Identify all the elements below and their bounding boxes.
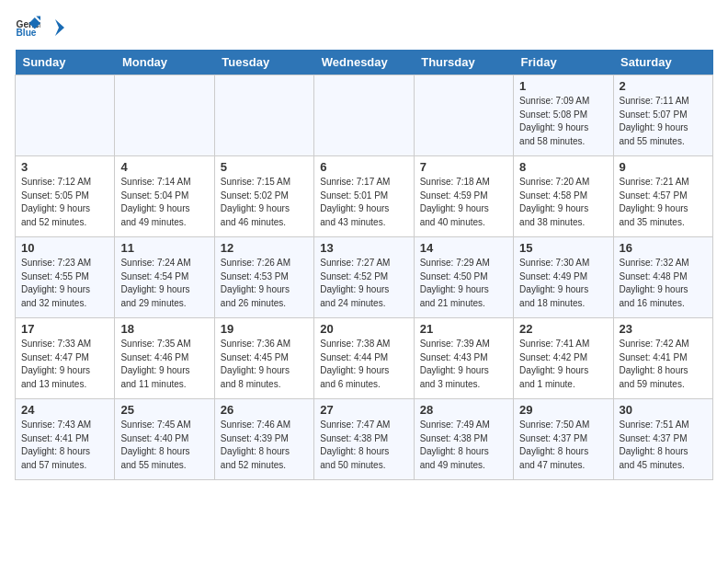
day-cell bbox=[314, 75, 414, 156]
day-cell bbox=[414, 75, 513, 156]
day-number: 27 bbox=[320, 403, 407, 417]
day-info: Sunrise: 7:47 AM Sunset: 4:38 PM Dayligh… bbox=[320, 419, 407, 472]
day-cell: 22Sunrise: 7:41 AM Sunset: 4:42 PM Dayli… bbox=[514, 318, 613, 399]
day-number: 20 bbox=[320, 322, 407, 336]
day-number: 24 bbox=[21, 403, 108, 417]
day-cell: 1Sunrise: 7:09 AM Sunset: 5:08 PM Daylig… bbox=[514, 75, 613, 156]
day-number: 26 bbox=[221, 403, 308, 417]
day-info: Sunrise: 7:32 AM Sunset: 4:48 PM Dayligh… bbox=[620, 257, 707, 310]
day-number: 5 bbox=[221, 160, 308, 174]
day-cell: 19Sunrise: 7:36 AM Sunset: 4:45 PM Dayli… bbox=[214, 318, 313, 399]
col-header-tuesday: Tuesday bbox=[214, 50, 313, 75]
day-cell: 21Sunrise: 7:39 AM Sunset: 4:43 PM Dayli… bbox=[414, 318, 513, 399]
day-number: 7 bbox=[420, 160, 507, 174]
logo: General Blue bbox=[15, 15, 66, 40]
day-number: 2 bbox=[620, 79, 707, 93]
logo-arrow-icon bbox=[46, 17, 66, 38]
day-info: Sunrise: 7:49 AM Sunset: 4:38 PM Dayligh… bbox=[420, 419, 507, 472]
day-cell: 30Sunrise: 7:51 AM Sunset: 4:37 PM Dayli… bbox=[613, 399, 712, 480]
calendar-table: SundayMondayTuesdayWednesdayThursdayFrid… bbox=[15, 50, 713, 480]
day-number: 10 bbox=[21, 241, 108, 255]
day-cell: 4Sunrise: 7:14 AM Sunset: 5:04 PM Daylig… bbox=[115, 156, 214, 237]
day-info: Sunrise: 7:27 AM Sunset: 4:52 PM Dayligh… bbox=[320, 257, 407, 310]
day-info: Sunrise: 7:41 AM Sunset: 4:42 PM Dayligh… bbox=[519, 338, 607, 391]
day-info: Sunrise: 7:11 AM Sunset: 5:07 PM Dayligh… bbox=[620, 95, 707, 148]
day-cell: 12Sunrise: 7:26 AM Sunset: 4:53 PM Dayli… bbox=[214, 237, 313, 318]
day-cell: 20Sunrise: 7:38 AM Sunset: 4:44 PM Dayli… bbox=[314, 318, 414, 399]
week-row-2: 3Sunrise: 7:12 AM Sunset: 5:05 PM Daylig… bbox=[16, 156, 713, 237]
day-number: 6 bbox=[320, 160, 407, 174]
day-number: 22 bbox=[519, 322, 607, 336]
day-info: Sunrise: 7:17 AM Sunset: 5:01 PM Dayligh… bbox=[320, 176, 407, 229]
week-row-5: 24Sunrise: 7:43 AM Sunset: 4:41 PM Dayli… bbox=[16, 399, 713, 480]
col-header-thursday: Thursday bbox=[414, 50, 513, 75]
day-info: Sunrise: 7:33 AM Sunset: 4:47 PM Dayligh… bbox=[21, 338, 108, 391]
day-info: Sunrise: 7:14 AM Sunset: 5:04 PM Dayligh… bbox=[120, 176, 208, 229]
day-number: 9 bbox=[620, 160, 707, 174]
day-info: Sunrise: 7:12 AM Sunset: 5:05 PM Dayligh… bbox=[21, 176, 108, 229]
day-cell bbox=[16, 75, 115, 156]
day-info: Sunrise: 7:21 AM Sunset: 4:57 PM Dayligh… bbox=[620, 176, 707, 229]
day-number: 17 bbox=[21, 322, 108, 336]
day-info: Sunrise: 7:23 AM Sunset: 4:55 PM Dayligh… bbox=[21, 257, 108, 310]
page-header: General Blue bbox=[15, 15, 713, 40]
day-number: 11 bbox=[120, 241, 208, 255]
day-cell: 29Sunrise: 7:50 AM Sunset: 4:37 PM Dayli… bbox=[514, 399, 613, 480]
day-info: Sunrise: 7:38 AM Sunset: 4:44 PM Dayligh… bbox=[320, 338, 407, 391]
svg-marker-4 bbox=[55, 19, 64, 36]
col-header-saturday: Saturday bbox=[613, 50, 712, 75]
day-number: 23 bbox=[620, 322, 707, 336]
day-number: 8 bbox=[519, 160, 607, 174]
day-cell: 15Sunrise: 7:30 AM Sunset: 4:49 PM Dayli… bbox=[514, 237, 613, 318]
day-cell: 13Sunrise: 7:27 AM Sunset: 4:52 PM Dayli… bbox=[314, 237, 414, 318]
col-header-sunday: Sunday bbox=[16, 50, 115, 75]
day-cell: 5Sunrise: 7:15 AM Sunset: 5:02 PM Daylig… bbox=[214, 156, 313, 237]
day-cell: 26Sunrise: 7:46 AM Sunset: 4:39 PM Dayli… bbox=[214, 399, 313, 480]
day-number: 18 bbox=[120, 322, 208, 336]
day-info: Sunrise: 7:24 AM Sunset: 4:54 PM Dayligh… bbox=[120, 257, 208, 310]
day-cell: 28Sunrise: 7:49 AM Sunset: 4:38 PM Dayli… bbox=[414, 399, 513, 480]
day-number: 16 bbox=[620, 241, 707, 255]
day-number: 29 bbox=[519, 403, 607, 417]
day-cell: 23Sunrise: 7:42 AM Sunset: 4:41 PM Dayli… bbox=[613, 318, 712, 399]
day-info: Sunrise: 7:35 AM Sunset: 4:46 PM Dayligh… bbox=[120, 338, 208, 391]
day-info: Sunrise: 7:42 AM Sunset: 4:41 PM Dayligh… bbox=[620, 338, 707, 391]
day-info: Sunrise: 7:46 AM Sunset: 4:39 PM Dayligh… bbox=[221, 419, 308, 472]
day-cell: 8Sunrise: 7:20 AM Sunset: 4:58 PM Daylig… bbox=[514, 156, 613, 237]
col-header-monday: Monday bbox=[115, 50, 214, 75]
day-cell: 14Sunrise: 7:29 AM Sunset: 4:50 PM Dayli… bbox=[414, 237, 513, 318]
day-cell: 25Sunrise: 7:45 AM Sunset: 4:40 PM Dayli… bbox=[115, 399, 214, 480]
day-cell bbox=[115, 75, 214, 156]
day-info: Sunrise: 7:15 AM Sunset: 5:02 PM Dayligh… bbox=[221, 176, 308, 229]
col-header-wednesday: Wednesday bbox=[314, 50, 414, 75]
day-number: 1 bbox=[519, 79, 607, 93]
day-cell: 7Sunrise: 7:18 AM Sunset: 4:59 PM Daylig… bbox=[414, 156, 513, 237]
day-info: Sunrise: 7:39 AM Sunset: 4:43 PM Dayligh… bbox=[420, 338, 507, 391]
day-info: Sunrise: 7:43 AM Sunset: 4:41 PM Dayligh… bbox=[21, 419, 108, 472]
day-cell: 9Sunrise: 7:21 AM Sunset: 4:57 PM Daylig… bbox=[613, 156, 712, 237]
day-info: Sunrise: 7:36 AM Sunset: 4:45 PM Dayligh… bbox=[221, 338, 308, 391]
day-number: 28 bbox=[420, 403, 507, 417]
day-number: 3 bbox=[21, 160, 108, 174]
day-cell: 27Sunrise: 7:47 AM Sunset: 4:38 PM Dayli… bbox=[314, 399, 414, 480]
day-number: 25 bbox=[120, 403, 208, 417]
calendar-header-row: SundayMondayTuesdayWednesdayThursdayFrid… bbox=[16, 50, 713, 75]
day-number: 19 bbox=[221, 322, 308, 336]
svg-text:Blue: Blue bbox=[17, 28, 37, 38]
week-row-4: 17Sunrise: 7:33 AM Sunset: 4:47 PM Dayli… bbox=[16, 318, 713, 399]
col-header-friday: Friday bbox=[514, 50, 613, 75]
day-cell: 17Sunrise: 7:33 AM Sunset: 4:47 PM Dayli… bbox=[16, 318, 115, 399]
day-number: 4 bbox=[120, 160, 208, 174]
day-cell: 3Sunrise: 7:12 AM Sunset: 5:05 PM Daylig… bbox=[16, 156, 115, 237]
week-row-1: 1Sunrise: 7:09 AM Sunset: 5:08 PM Daylig… bbox=[16, 75, 713, 156]
day-cell: 2Sunrise: 7:11 AM Sunset: 5:07 PM Daylig… bbox=[613, 75, 712, 156]
day-cell: 11Sunrise: 7:24 AM Sunset: 4:54 PM Dayli… bbox=[115, 237, 214, 318]
day-cell: 18Sunrise: 7:35 AM Sunset: 4:46 PM Dayli… bbox=[115, 318, 214, 399]
day-info: Sunrise: 7:30 AM Sunset: 4:49 PM Dayligh… bbox=[519, 257, 607, 310]
day-number: 15 bbox=[519, 241, 607, 255]
day-info: Sunrise: 7:09 AM Sunset: 5:08 PM Dayligh… bbox=[519, 95, 607, 148]
day-cell bbox=[214, 75, 313, 156]
day-info: Sunrise: 7:45 AM Sunset: 4:40 PM Dayligh… bbox=[120, 419, 208, 472]
day-cell: 6Sunrise: 7:17 AM Sunset: 5:01 PM Daylig… bbox=[314, 156, 414, 237]
week-row-3: 10Sunrise: 7:23 AM Sunset: 4:55 PM Dayli… bbox=[16, 237, 713, 318]
